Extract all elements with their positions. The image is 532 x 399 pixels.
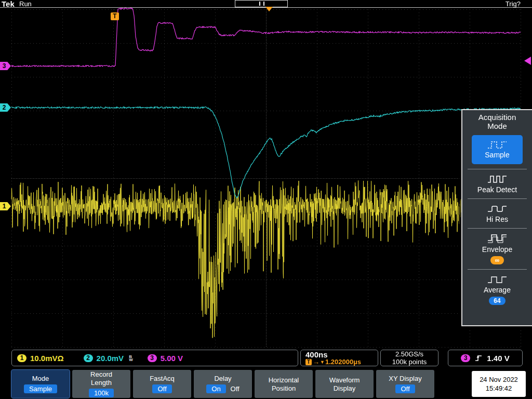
average-count-badge: 64 (489, 297, 505, 305)
menu-button-fastacq[interactable]: FastAcq Off (133, 370, 191, 398)
rising-edge-icon (474, 354, 483, 362)
hi-res-icon (487, 204, 508, 214)
expansion-point-icon[interactable] (265, 7, 273, 11)
trigger-level: 1.40 V (487, 354, 509, 363)
record-view-mark (263, 2, 264, 6)
button-value: 100k (89, 389, 114, 397)
ch3-badge[interactable]: 3 (148, 354, 157, 362)
peak-detect-icon (487, 175, 508, 184)
acq-mode-sample[interactable]: Sample (472, 135, 523, 164)
ch3-scale: 5.00 V (161, 354, 183, 363)
acq-mode-peak-detect[interactable]: Peak Detect (462, 169, 532, 198)
ch1-readout: 1 10.0mVΩ (17, 354, 64, 363)
trigger-status: Trig? (506, 0, 521, 8)
acq-mode-label: Envelope (482, 245, 512, 254)
acq-mode-label: Peak Detect (477, 185, 517, 194)
channel-readouts-box: 1 10.0mVΩ 2 20.0mV B W 3 5.00 V (11, 350, 298, 366)
record-view-bracket (235, 0, 288, 7)
datetime-box: 24 Nov 2022 15:49:42 (472, 371, 526, 397)
timebase-box: 400ns T → ▼ 1.202000µs (300, 350, 378, 366)
button-label: Record (90, 370, 112, 378)
trigger-source-badge: 3 (461, 354, 470, 362)
button-value: Sample (24, 384, 57, 393)
acq-mode-label: Average (484, 286, 511, 294)
menu-button-delay[interactable]: Delay On Off (194, 370, 252, 398)
button-label: Waveform (329, 376, 360, 384)
panel-title-line1: Acquisition (478, 113, 516, 122)
trigger-readout-box: 3 1.40 V (448, 350, 523, 366)
ch2-badge[interactable]: 2 (84, 354, 93, 362)
acq-mode-label: Sample (485, 151, 509, 159)
button-label-line2: Length (91, 379, 112, 387)
delay-on-option[interactable]: On (206, 384, 225, 393)
button-label: FastAcq (150, 375, 175, 382)
sample-rate-box: 2.50GS/s 100k points (380, 350, 438, 366)
panel-title-line2: Mode (478, 122, 516, 130)
menu-button-horizontal-position[interactable]: Horizontal Position (255, 370, 313, 398)
menu-button-mode[interactable]: Mode Sample (11, 370, 70, 398)
bandwidth-limit-icon: B W (129, 355, 133, 362)
acquisition-mode-panel: Acquisition Mode Sample Peak Detect Hi R… (461, 109, 532, 326)
record-view-mark (259, 2, 260, 6)
oscilloscope-screen: Tek Run Trig? T 3 2 1 Acquisition Mode S… (0, 0, 532, 399)
acq-mode-average[interactable]: Average 64 (462, 270, 532, 310)
delay-marker-icon: ▼ (320, 358, 325, 366)
delay-toggle: On Off (206, 384, 239, 393)
envelope-count-badge: ∞ (490, 256, 504, 264)
ch1-scale: 10.0mVΩ (30, 354, 64, 363)
button-label: Horizontal (269, 376, 299, 384)
sample-rate: 2.50GS/s (395, 350, 423, 358)
trigger-point-flag[interactable]: T (111, 12, 119, 20)
button-value: Off (152, 384, 171, 393)
panel-title: Acquisition Mode (478, 113, 516, 130)
button-value: Off (395, 384, 415, 393)
ch3-readout: 3 5.00 V (148, 354, 183, 363)
ch2-readout: 2 20.0mV B W (84, 354, 133, 363)
delay-arrow: → (313, 358, 320, 366)
average-icon (487, 275, 508, 284)
button-label-line2: Position (272, 384, 296, 392)
button-label: Delay (214, 375, 231, 382)
button-label-line2: Display (334, 384, 356, 392)
envelope-icon (487, 234, 508, 244)
acq-mode-label: Hi Res (486, 215, 508, 223)
waveform-display (0, 0, 532, 370)
delay-off-option[interactable]: Off (231, 385, 240, 393)
trigger-level-arrow[interactable] (524, 57, 531, 65)
button-label: XY Display (389, 375, 421, 382)
date: 24 Nov 2022 (480, 375, 518, 384)
trigger-t-icon: T (305, 359, 312, 365)
button-label: Mode (32, 375, 49, 382)
ch1-badge[interactable]: 1 (17, 354, 26, 362)
menu-button-waveform-display[interactable]: Waveform Display (315, 370, 374, 398)
menu-button-xy-display[interactable]: XY Display Off (376, 370, 434, 398)
time: 15:49:42 (486, 384, 512, 393)
record-points: 100k points (392, 358, 427, 366)
bw-w: W (129, 358, 133, 362)
ch2-scale: 20.0mV (97, 354, 124, 363)
timebase-scale: 400ns (305, 351, 328, 358)
acq-mode-envelope[interactable]: Envelope ∞ (462, 229, 532, 269)
delay-value: 1.202000µs (325, 358, 361, 366)
acq-mode-hi-res[interactable]: Hi Res (462, 199, 532, 228)
menu-button-record-length[interactable]: Record Length 100k (72, 370, 130, 398)
run-status: Run (19, 0, 32, 8)
sample-icon (487, 140, 508, 150)
delay-readout: T → ▼ 1.202000µs (305, 358, 361, 366)
tek-logo: Tek (2, 0, 15, 8)
